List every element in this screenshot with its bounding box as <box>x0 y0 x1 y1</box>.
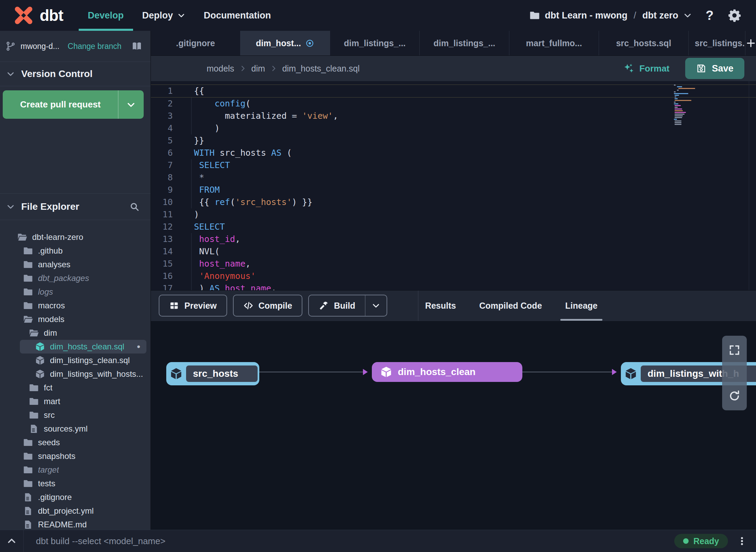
code-text: * <box>173 171 204 184</box>
tree-item-tests[interactable]: tests <box>0 477 151 490</box>
build-dropdown-button[interactable] <box>365 301 387 310</box>
lineage-controls <box>722 336 747 410</box>
code-line[interactable]: 3 materialized = 'view', <box>151 110 756 122</box>
format-button[interactable]: Format <box>623 63 669 74</box>
tree-item-macros[interactable]: macros <box>0 299 151 312</box>
code-line[interactable]: 10 {{ ref('src_hosts') }} <box>151 196 756 208</box>
tree-item-src[interactable]: src <box>0 408 151 422</box>
code-line[interactable]: 2 config( <box>151 98 756 110</box>
tree-item-fct[interactable]: fct <box>0 381 151 395</box>
help-icon[interactable]: ? <box>706 8 714 23</box>
code-line[interactable]: 9 FROM <box>151 184 756 196</box>
overflow-menu-button[interactable] <box>737 535 747 547</box>
code-line[interactable]: 7 SELECT <box>151 159 756 171</box>
panel-tab-compiled-code[interactable]: Compiled Code <box>468 291 553 321</box>
tab-dim_listings_...[interactable]: dim_listings_... <box>420 31 509 55</box>
nav-item-documentation[interactable]: Documentation <box>195 0 281 31</box>
gear-icon[interactable] <box>727 8 742 23</box>
code-line[interactable]: 11) <box>151 208 756 221</box>
pr-dropdown-button[interactable] <box>118 90 144 119</box>
build-button[interactable]: Build <box>308 295 387 317</box>
tree-item-dim_hosts_clean.sql[interactable]: dim_hosts_clean.sql• <box>20 340 146 354</box>
minimap-line <box>674 93 688 94</box>
tree-item-mart[interactable]: mart <box>0 395 151 408</box>
tree-item-dim_listings_with_hosts...[interactable]: dim_listings_with_hosts... <box>0 367 151 381</box>
tree-item-README.md[interactable]: README.md <box>0 518 151 530</box>
tab-dim_listings_...[interactable]: dim_listings_... <box>330 31 420 55</box>
breadcrumb-item[interactable]: dim_hosts_clean.sql <box>282 64 360 74</box>
minimap[interactable] <box>674 85 698 126</box>
tab-label: dim_listings_... <box>433 38 495 48</box>
tab-.gitignore[interactable]: .gitignore <box>151 31 240 55</box>
code-editor[interactable]: 1{{2 config(3 materialized = 'view',4 )5… <box>151 81 756 290</box>
tree-item-models[interactable]: models <box>0 312 151 326</box>
project-selector[interactable]: dbt Learn - mwong / dbt zero <box>529 10 692 21</box>
tree-item-target[interactable]: target <box>0 463 151 477</box>
docs-book-icon[interactable] <box>131 41 142 52</box>
project-name: dbt zero <box>642 10 678 21</box>
folder-open-icon <box>17 232 27 242</box>
code-line[interactable]: 15 host_name, <box>151 258 756 270</box>
compile-button-main[interactable]: Compile <box>234 300 302 311</box>
file-explorer-section[interactable]: File Explorer <box>0 193 151 220</box>
tree-item-logs[interactable]: logs <box>0 285 151 299</box>
code-line[interactable]: 5}} <box>151 134 756 147</box>
tree-item-analyses[interactable]: analyses <box>0 258 151 271</box>
create-pr-button[interactable]: Create pull request <box>3 90 144 119</box>
panel-tab-results[interactable]: Results <box>414 291 468 321</box>
refresh-icon[interactable] <box>728 390 741 402</box>
tree-item-seeds[interactable]: seeds <box>0 436 151 449</box>
tab-label: dim_listings_... <box>344 38 406 48</box>
breadcrumb-item[interactable]: dim <box>251 64 265 74</box>
nav-item-develop[interactable]: Develop <box>79 0 133 31</box>
breadcrumb-item[interactable]: models <box>207 64 234 74</box>
folder-open-icon <box>23 314 33 324</box>
compile-button[interactable]: Compile <box>233 295 303 317</box>
tab-src_listings.[interactable]: src_listings. <box>689 31 745 55</box>
tree-item-dim[interactable]: dim <box>0 326 151 340</box>
minimap-line <box>675 114 685 115</box>
cube-icon <box>35 369 45 379</box>
code-line[interactable]: 16 'Anonymous' <box>151 270 756 282</box>
code-line[interactable]: 1{{ <box>151 85 756 98</box>
search-icon[interactable] <box>129 202 140 212</box>
command-input[interactable]: dbt build --select <model_name> <box>36 536 166 547</box>
lineage-node-src_hosts[interactable]: src_hosts <box>166 362 259 385</box>
version-control-section[interactable]: Version Control <box>0 62 151 86</box>
tree-item-.github[interactable]: .github <box>0 244 151 258</box>
tab-mart_fullmo...[interactable]: mart_fullmo... <box>509 31 599 55</box>
code-line[interactable]: 14 NVL( <box>151 245 756 258</box>
code-line[interactable]: 17 ) AS host_name, <box>151 282 756 290</box>
tree-item-.gitignore[interactable]: .gitignore <box>0 490 151 504</box>
code-line[interactable]: 6WITH src_hosts AS ( <box>151 147 756 159</box>
code-text: WITH src_hosts AS ( <box>173 147 292 159</box>
panel-tab-lineage[interactable]: Lineage <box>553 291 609 321</box>
tree-item-snapshots[interactable]: snapshots <box>0 449 151 463</box>
tree-item-sources.yml[interactable]: sources.yml <box>0 422 151 436</box>
code-line[interactable]: 13 host_id, <box>151 233 756 245</box>
preview-button[interactable]: Preview <box>159 295 227 317</box>
minimap-line <box>675 112 686 113</box>
change-branch-link[interactable]: Change branch <box>68 42 121 51</box>
tree-item-dbt_project.yml[interactable]: dbt_project.yml <box>0 504 151 518</box>
dbt-logo[interactable]: dbt <box>13 5 63 26</box>
tree-item-dbt-learn-zero[interactable]: dbt-learn-zero <box>0 230 151 244</box>
lineage-edge <box>258 372 367 372</box>
code-line[interactable]: 4 ) <box>151 122 756 134</box>
save-button[interactable]: Save <box>685 58 744 79</box>
nav-item-label: Documentation <box>204 10 271 21</box>
tree-item-dim_listings_clean.sql[interactable]: dim_listings_clean.sql <box>0 354 151 367</box>
create-pr-label[interactable]: Create pull request <box>3 90 118 119</box>
code-line[interactable]: 8 * <box>151 171 756 184</box>
preview-button-main[interactable]: Preview <box>159 300 226 311</box>
fullscreen-icon[interactable] <box>728 344 741 356</box>
expand-command-bar-button[interactable] <box>0 536 23 546</box>
code-line[interactable]: 12SELECT <box>151 221 756 233</box>
nav-item-deploy[interactable]: Deploy <box>133 0 195 31</box>
tab-src_hosts.sql[interactable]: src_hosts.sql <box>599 31 689 55</box>
build-button-main[interactable]: Build <box>309 300 365 311</box>
tab-dim_host...[interactable]: dim_host... <box>240 31 330 55</box>
lineage-node-dim_hosts_clean[interactable]: dim_hosts_clean <box>372 362 522 382</box>
new-tab-button[interactable] <box>745 31 756 55</box>
tree-item-dbt_packages[interactable]: dbt_packages <box>0 271 151 285</box>
